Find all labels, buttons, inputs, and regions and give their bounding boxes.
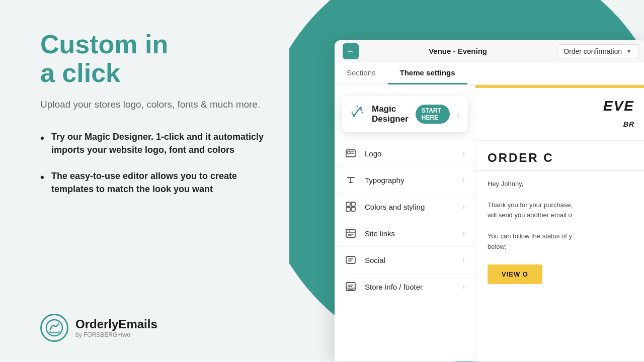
start-here-badge: START HERE [416, 105, 450, 124]
brand-text-eve: EVE [603, 98, 634, 114]
magic-designer-icon [350, 105, 365, 124]
svg-point-2 [352, 111, 353, 113]
tab-sections[interactable]: Sections [335, 62, 388, 84]
body-text-4: below: [488, 242, 634, 252]
magic-designer-label: Magic Designer [372, 104, 409, 124]
menu-chevron-logo: › [462, 149, 465, 158]
bullet-item-1: Try our Magic Designer. 1-click and it a… [40, 130, 264, 156]
browser-bar: ← Venue - Evening Order confirmation ▼ [335, 40, 644, 62]
menu-item-social[interactable]: Social › [335, 247, 475, 274]
menu-chevron-colors: › [462, 202, 465, 211]
social-icon [345, 254, 357, 266]
heading-line2: a click [40, 58, 120, 87]
sitelinks-icon [345, 227, 357, 239]
body-text-3: You can follow the status of y [488, 231, 634, 242]
svg-rect-10 [351, 202, 355, 206]
greeting: Hey Johnny, [488, 179, 634, 190]
sidebar-menu: Magic Designer START HERE › Logo [335, 85, 475, 361]
menu-item-typography[interactable]: Typography › [335, 167, 475, 194]
email-brand-header: EVE BR [475, 88, 644, 141]
brand-text-br: BR [623, 120, 634, 128]
left-content: Custom in a click Upload your stores log… [40, 30, 264, 209]
magic-designer-card[interactable]: Magic Designer START HERE › [342, 96, 468, 132]
back-icon: ← [347, 47, 355, 56]
brand-footer: OrderlyEmails by FORSBERG+two [40, 314, 264, 342]
menu-item-colors[interactable]: Colors and styling › [335, 194, 475, 220]
svg-point-0 [46, 320, 62, 336]
chevron-down-icon: ▼ [626, 48, 632, 55]
menu-item-sitelinks[interactable]: Site links › [335, 220, 475, 247]
menu-chevron-sitelinks: › [462, 229, 465, 238]
logo-icon [345, 147, 357, 159]
brand-name: OrderlyEmails [75, 317, 157, 331]
menu-label-storefooter: Store info / footer [365, 283, 454, 291]
svg-rect-9 [346, 202, 350, 206]
body-text-1: Thank you for your purchase, [488, 200, 634, 211]
email-brand-text: EVE BR [488, 98, 634, 130]
svg-rect-6 [348, 151, 350, 154]
email-body: Hey Johnny, Thank you for your purchase,… [475, 171, 644, 260]
venue-label: Venue - Evening [363, 47, 553, 55]
svg-rect-12 [351, 207, 355, 211]
tab-theme-settings[interactable]: Theme settings [388, 62, 467, 84]
magic-arrow-icon: › [457, 109, 460, 120]
bullet-item-2: The easy-to-use editor allows you to cre… [40, 169, 264, 196]
view-order-button[interactable]: VIEW O [488, 264, 542, 284]
typography-icon [345, 174, 357, 186]
order-select-label: Order confirmation [564, 47, 622, 55]
menu-label-colors: Colors and styling [365, 203, 454, 211]
menu-label-logo: Logo [365, 149, 454, 158]
svg-rect-14 [346, 256, 355, 263]
panel-content: Magic Designer START HERE › Logo [335, 85, 644, 361]
menu-label-social: Social [365, 256, 454, 264]
colors-icon [345, 201, 357, 213]
left-panel: Custom in a click Upload your stores log… [0, 0, 289, 362]
menu-chevron-storefooter: › [462, 282, 465, 291]
main-heading: Custom in a click [40, 30, 264, 87]
menu-item-logo[interactable]: Logo › [335, 140, 475, 167]
svg-point-1 [360, 107, 362, 109]
bullet-list: Try our Magic Designer. 1-click and it a… [40, 130, 264, 196]
heading-line1: Custom in [40, 30, 168, 59]
svg-point-3 [362, 112, 363, 113]
wand-icon [350, 105, 365, 120]
menu-label-sitelinks: Site links [365, 229, 454, 238]
subtitle: Upload your stores logo, colors, fonts &… [40, 98, 264, 112]
brand-logo-icon [45, 319, 63, 337]
svg-point-4 [357, 106, 358, 107]
back-button[interactable]: ← [343, 43, 359, 59]
storefooter-icon [345, 281, 357, 293]
email-preview: EVE BR ORDER C Hey Johnny, Thank you for… [475, 85, 644, 361]
menu-label-typography: Typography [365, 176, 454, 185]
tabs-row: Sections Theme settings [335, 62, 644, 85]
brand-logo [40, 314, 68, 342]
svg-rect-11 [346, 207, 350, 211]
menu-item-storefooter[interactable]: Store info / footer › [335, 274, 475, 300]
body-text-2: will send you another email o [488, 210, 634, 221]
order-select[interactable]: Order confirmation ▼ [557, 44, 638, 58]
menu-chevron-typography: › [462, 175, 465, 185]
browser-window: ← Venue - Evening Order confirmation ▼ S… [335, 40, 644, 361]
brand-sub: by FORSBERG+two [75, 331, 157, 338]
menu-chevron-social: › [462, 255, 465, 264]
order-confirm-heading: ORDER C [475, 141, 644, 171]
brand-text: OrderlyEmails by FORSBERG+two [75, 317, 157, 338]
right-panel: ← Venue - Evening Order confirmation ▼ S… [289, 0, 644, 362]
